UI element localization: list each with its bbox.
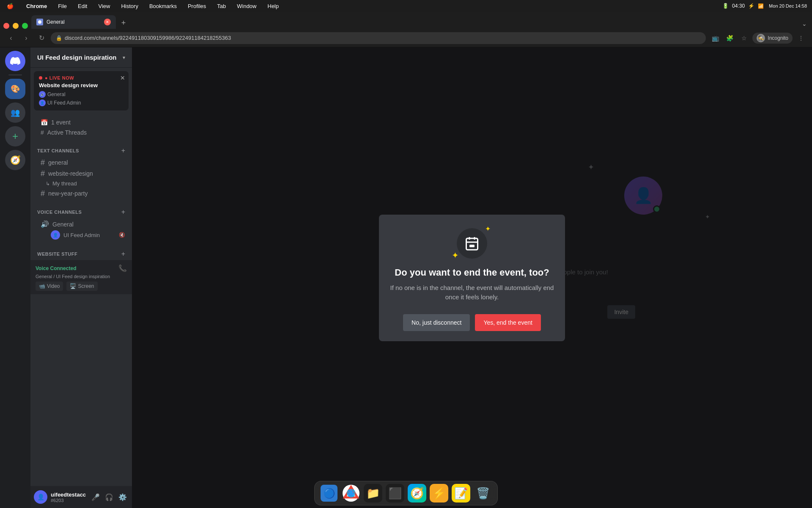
website-stuff-header[interactable]: WEBSITE STUFF + — [30, 248, 132, 260]
screen-label: Screen — [78, 283, 94, 289]
voice-channels-header[interactable]: VOICE CHANNELS + — [30, 206, 132, 218]
back-btn[interactable]: ‹ — [5, 32, 17, 44]
channel-sidebar: UI Feed design inspiration ▾ ● LIVE NOW … — [30, 47, 132, 508]
server-header[interactable]: UI Feed design inspiration ▾ — [30, 47, 132, 68]
dialog-buttons: No, just disconnect Yes, end the event — [389, 314, 555, 331]
live-banner-close-btn[interactable]: ✕ — [120, 75, 125, 81]
server-icon-add[interactable]: + — [5, 126, 25, 146]
chrome-window: General ✕ + ⌄ ‹ › ↻ 🔒 discord.com/channe… — [0, 12, 812, 508]
dock-trash[interactable]: 🗑️ — [474, 484, 492, 502]
channel-general[interactable]: # general — [34, 157, 129, 168]
voice-user-avatar: 👤 — [51, 230, 60, 240]
help-menu-item[interactable]: Help — [266, 2, 281, 10]
server-icon-2[interactable]: 👥 — [5, 102, 25, 123]
close-window-btn[interactable] — [3, 23, 9, 29]
user-tag: #6203 — [51, 498, 86, 503]
lock-icon: 🔒 — [56, 35, 62, 41]
events-item[interactable]: 📅 1 event — [34, 117, 129, 127]
voice-channels-add-icon[interactable]: + — [121, 208, 125, 216]
no-disconnect-button[interactable]: No, just disconnect — [403, 314, 470, 331]
website-stuff-add-icon[interactable]: + — [121, 250, 125, 258]
more-options-icon[interactable]: ⋮ — [795, 32, 807, 44]
voice-connected-channel: General / UI Feed design inspiration — [36, 274, 127, 279]
events-section: 📅 1 event # Active Threads — [30, 114, 132, 141]
apple-menu[interactable]: 🍎 — [5, 2, 15, 10]
window-controls — [3, 23, 28, 29]
nav-icons-right: 📺 🧩 ☆ 🕵 Incognito ⋮ — [709, 32, 807, 44]
battery-icon: 🔋 — [722, 3, 729, 9]
menu-bar-right: 🔋 04:30 ⚡ 📶 Mon 20 Dec 14:58 — [722, 3, 807, 9]
tab-favicon — [36, 19, 43, 25]
sparkle-top-icon: ✦ — [485, 225, 491, 233]
extension-icon[interactable]: 🧩 — [724, 32, 735, 44]
video-btn[interactable]: 📹 Video — [36, 282, 63, 291]
voice-channels-label: VOICE CHANNELS — [37, 210, 82, 215]
view-menu-item[interactable]: View — [96, 2, 112, 10]
server-dropdown-icon: ▾ — [123, 55, 125, 61]
dock-chrome[interactable]: 🌐 — [342, 484, 360, 502]
voice-connected-header: Voice Connected 📞 — [36, 264, 127, 272]
settings-icon[interactable]: ⚙️ — [117, 491, 129, 503]
yes-end-event-button[interactable]: Yes, end the event — [475, 314, 540, 331]
svg-text:🌐: 🌐 — [346, 489, 356, 498]
hash-icon: # — [41, 159, 45, 166]
headphone-icon[interactable]: 🎧 — [103, 491, 115, 503]
dock-notes[interactable]: 📝 — [452, 484, 470, 502]
voice-user-item[interactable]: 👤 UI Feed Admin 🔇 — [41, 229, 125, 241]
disconnect-icon[interactable]: 📞 — [118, 264, 127, 272]
profiles-menu-item[interactable]: Profiles — [186, 2, 208, 10]
channel-new-year[interactable]: # new-year-party — [34, 188, 129, 199]
window-menu-item[interactable]: Window — [235, 2, 258, 10]
file-menu-item[interactable]: File — [56, 2, 69, 10]
refresh-btn[interactable]: ↻ — [36, 32, 47, 44]
tab-menu-item[interactable]: Tab — [215, 2, 228, 10]
dock: 🔵 🌐 📁 ⬛ 🧭 ⚡ 📝 🗑️ — [314, 481, 498, 505]
mute-icon: 🔇 — [119, 232, 125, 238]
dock-finder[interactable]: 🔵 — [320, 484, 338, 502]
maximize-window-btn[interactable] — [22, 23, 28, 29]
chrome-menu-item[interactable]: Chrome — [25, 2, 49, 10]
voice-channel-general[interactable]: 🔊 General 👤 UI Feed Admin 🔇 — [34, 218, 129, 243]
dock-terminal[interactable]: ⬛ — [386, 484, 404, 502]
dock-topnotch[interactable]: ⚡ — [430, 484, 448, 502]
discord-home-icon[interactable] — [5, 51, 25, 71]
server-icon-explore[interactable]: 🧭 — [5, 150, 25, 170]
wifi-icon: 📶 — [758, 3, 764, 9]
cast-icon[interactable]: 📺 — [709, 32, 721, 44]
server-icon-uifeed[interactable]: 🎨 — [5, 79, 25, 99]
text-channels-add-icon[interactable]: + — [121, 147, 125, 155]
tab-close-btn[interactable]: ✕ — [104, 19, 111, 25]
thread-item[interactable]: ↳ My thread — [34, 179, 129, 188]
screen-btn[interactable]: 🖥️ Screen — [66, 282, 97, 291]
active-tab[interactable]: General ✕ — [31, 15, 116, 29]
bookmarks-menu-item[interactable]: Bookmarks — [148, 2, 178, 10]
video-icon: 📹 — [39, 283, 45, 289]
channel-website-redesign[interactable]: # website-redesign — [34, 168, 129, 179]
address-bar[interactable]: 🔒 discord.com/channels/92249118030915998… — [51, 32, 706, 44]
voice-connected-bar: Voice Connected 📞 General / UI Feed desi… — [30, 260, 132, 294]
topnotch-icon: ⚡ — [748, 3, 754, 9]
voice-user-icons: 🔇 — [119, 232, 125, 238]
new-tab-btn[interactable]: + — [118, 17, 129, 29]
incognito-btn[interactable]: 🕵 Incognito — [752, 33, 793, 44]
minimize-window-btn[interactable] — [13, 23, 19, 29]
channel-website-redesign-name: website-redesign — [48, 170, 93, 177]
dock-browser[interactable]: 🧭 — [408, 484, 426, 502]
text-channels-header[interactable]: TEXT CHANNELS + — [30, 144, 132, 157]
events-label: 1 event — [51, 119, 71, 126]
channel-new-year-name: new-year-party — [48, 190, 88, 197]
dialog-title: Do you want to end the event, too? — [389, 267, 555, 278]
active-threads-item[interactable]: # Active Threads — [34, 127, 129, 138]
bookmark-icon[interactable]: ☆ — [738, 32, 750, 44]
edit-menu-item[interactable]: Edit — [76, 2, 89, 10]
live-event-title: Website design review — [39, 82, 123, 88]
user-name: uifeedtestacc — [51, 491, 86, 498]
dock-files[interactable]: 📁 — [364, 484, 382, 502]
tab-list-chevron-icon[interactable]: ⌄ — [800, 19, 809, 29]
history-menu-item[interactable]: History — [119, 2, 140, 10]
live-banner: ● LIVE NOW Website design review 🔊 Gener… — [34, 71, 129, 110]
user-bar: 👤 uifeedtestacc #6203 🎤 🎧 ⚙️ — [30, 486, 132, 508]
microphone-icon[interactable]: 🎤 — [90, 491, 102, 503]
forward-btn[interactable]: › — [20, 32, 32, 44]
url-text: discord.com/channels/922491180309159986/… — [65, 35, 701, 41]
